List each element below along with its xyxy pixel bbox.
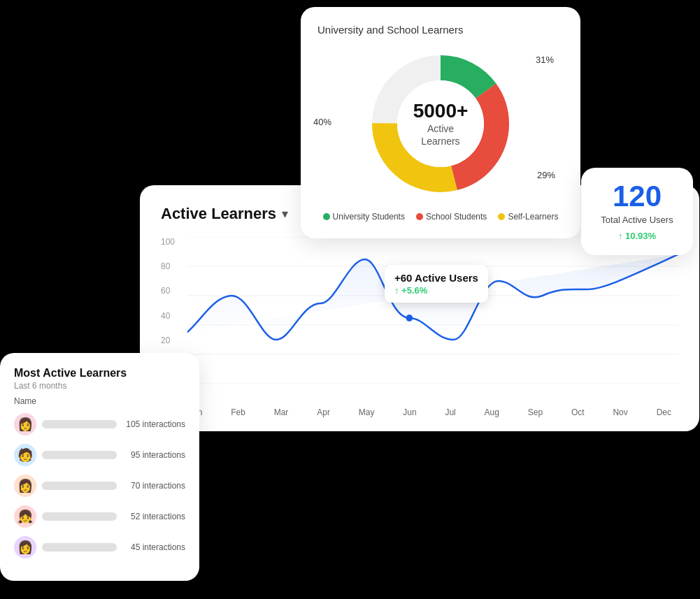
x-label-jul: Jul <box>445 407 455 417</box>
learner-interactions: 52 interactions <box>122 512 185 521</box>
learner-name-bar <box>42 512 117 521</box>
y-label-20: 20 <box>161 335 175 345</box>
tooltip-change: ↑ +5.6% <box>394 285 478 296</box>
avatar: 👩 <box>14 413 36 435</box>
list-item: 👩 70 interactions <box>14 475 185 497</box>
donut-chart-card: University and School Learners 5000+ Act… <box>301 7 580 238</box>
x-label-feb: Feb <box>231 407 245 417</box>
tooltip-title: +60 Active Users <box>394 272 478 284</box>
x-label-jun: Jun <box>403 407 416 417</box>
legend-label-self: Self-Learners <box>508 212 558 222</box>
stats-change: ↑ 10.93% <box>594 231 680 241</box>
svg-point-4 <box>397 80 484 167</box>
list-item: 👩 105 interactions <box>14 413 185 435</box>
chart-dropdown-icon[interactable]: ▾ <box>282 206 288 222</box>
list-item: 👧 52 interactions <box>14 505 185 528</box>
learners-title: Most Active Learners <box>14 367 185 380</box>
y-label-100: 100 <box>161 237 175 247</box>
list-item: 🧑 95 interactions <box>14 444 185 466</box>
learners-card: Most Active Learners Last 6 months Name … <box>0 353 199 581</box>
avatar: 👩 <box>14 475 36 497</box>
x-label-nov: Nov <box>613 407 627 417</box>
chart-area: 100 80 60 40 20 0 <box>161 237 678 405</box>
legend-item-self: Self-Learners <box>498 212 558 222</box>
learner-name-bar <box>42 451 117 459</box>
donut-legend: University Students School Students Self… <box>317 212 564 222</box>
percent-label-29: 29% <box>534 169 558 181</box>
x-label-sep: Sep <box>528 407 543 417</box>
x-label-apr: Apr <box>317 407 330 417</box>
avatar: 🧑 <box>14 444 36 466</box>
legend-dot-self <box>498 213 505 220</box>
learner-name-bar <box>42 543 117 551</box>
stats-card: 120 Total Active Users ↑ 10.93% <box>581 168 693 255</box>
learner-name-bar <box>42 420 117 428</box>
legend-label-university: University Students <box>333 212 405 222</box>
chart-svg <box>187 237 678 384</box>
legend-dot-university <box>323 213 330 220</box>
learners-subtitle: Last 6 months <box>14 381 185 391</box>
learner-interactions: 95 interactions <box>122 450 185 460</box>
x-axis-labels: Jan Feb Mar Apr May Jun Jul Aug Sep Oct … <box>161 407 678 417</box>
donut-svg <box>364 47 517 201</box>
avatar: 👧 <box>14 505 36 528</box>
stats-label: Total Active Users <box>594 214 680 226</box>
chart-tooltip-dot <box>406 315 413 322</box>
x-label-aug: Aug <box>485 407 499 417</box>
donut-card-title: University and School Learners <box>317 24 564 36</box>
legend-item-school: School Students <box>416 212 487 222</box>
x-label-oct: Oct <box>571 407 585 417</box>
legend-dot-school <box>416 213 423 220</box>
percent-label-31: 31% <box>533 54 557 66</box>
y-label-60: 60 <box>161 286 175 296</box>
y-label-40: 40 <box>161 311 175 321</box>
tooltip-box: +60 Active Users ↑ +5.6% <box>385 265 488 303</box>
x-label-may: May <box>359 407 375 417</box>
x-label-dec: Dec <box>657 407 671 417</box>
list-item: 👩 45 interactions <box>14 536 185 558</box>
learners-col-name: Name <box>14 396 185 406</box>
x-label-mar: Mar <box>274 407 289 417</box>
y-label-80: 80 <box>161 261 175 271</box>
learner-interactions: 70 interactions <box>122 481 185 491</box>
learner-interactions: 45 interactions <box>122 542 185 552</box>
donut-wrapper: 5000+ ActiveLearners 31% 40% 29% <box>317 47 564 201</box>
learner-name-bar <box>42 482 117 490</box>
legend-item-university: University Students <box>323 212 405 222</box>
avatar: 👩 <box>14 536 36 558</box>
legend-label-school: School Students <box>426 212 487 222</box>
chart-title: Active Learners <box>161 205 276 223</box>
learner-interactions: 105 interactions <box>122 419 185 429</box>
percent-label-40: 40% <box>310 116 334 128</box>
stats-number: 120 <box>594 182 680 211</box>
